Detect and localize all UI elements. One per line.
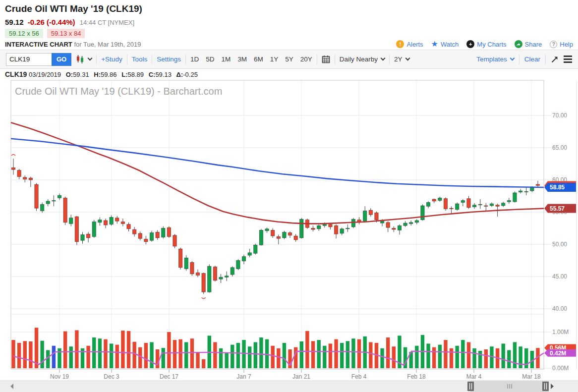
price-change: -0.26 (-0.44%)	[28, 18, 75, 26]
clear-button[interactable]: Clear	[524, 56, 540, 63]
period-1d[interactable]: 1D	[190, 56, 199, 63]
toolbar-right-group: Templates Clear	[476, 55, 572, 64]
svg-text:70.00: 70.00	[552, 112, 567, 119]
svg-text:65.00: 65.00	[552, 144, 567, 151]
volume-bars	[11, 328, 539, 368]
candlesticks	[11, 159, 539, 294]
roll-markers	[11, 155, 206, 299]
period-5d[interactable]: 5D	[206, 56, 214, 63]
chart-canvas[interactable]: Crude Oil WTI May '19 (CLK19) - Barchart…	[0, 79, 578, 392]
share-icon	[515, 40, 522, 48]
toolbar-divider	[96, 55, 97, 64]
period-20y[interactable]: 20Y	[300, 56, 312, 63]
trendline-tool-button[interactable]	[551, 56, 559, 63]
svg-text:Nov 19: Nov 19	[50, 373, 69, 380]
plus-circle-icon: +	[466, 40, 474, 48]
ohlc-close: 59.13	[155, 71, 172, 78]
svg-text:45.00: 45.00	[552, 273, 567, 280]
ohlc-symbol: CLK19	[5, 70, 27, 78]
toolbar-divider	[389, 55, 390, 64]
quote-time: 14:44 CT [NYMEX]	[80, 19, 134, 26]
hamburger-icon	[564, 56, 572, 57]
interactive-chart-row: INTERACTIVE CHART for Tue, Mar 19th, 201…	[5, 40, 573, 49]
menu-button[interactable]	[564, 56, 572, 63]
svg-text:40.00: 40.00	[552, 305, 567, 312]
go-button[interactable]: GO	[52, 53, 71, 66]
tools-button[interactable]: Tools	[132, 56, 148, 63]
interactive-chart-label: INTERACTIVE CHART	[5, 41, 72, 48]
period-buttons: 1D 5D 1M 3M 6M 1Y 5Y 20Y	[190, 56, 312, 63]
share-link[interactable]: Share	[515, 40, 542, 48]
ohlc-open: 59.31	[73, 71, 89, 78]
last-price: 59.12	[5, 18, 24, 26]
help-link[interactable]: ? Help	[550, 41, 573, 48]
diagonal-arrow-icon	[551, 56, 559, 63]
toolbar-divider	[185, 55, 186, 64]
x-axis-labels: Nov 19Dec 3Dec 17Jan 7Jan 21Feb 4Feb 18M…	[50, 373, 541, 380]
ohlc-high: 59.86	[101, 71, 117, 78]
calendar-button[interactable]	[322, 55, 330, 63]
svg-text:50.00: 50.00	[552, 241, 567, 248]
svg-text:Jan 7: Jan 7	[236, 373, 251, 380]
chevron-down-icon	[405, 56, 410, 61]
chart-type-dropdown[interactable]	[76, 55, 92, 64]
add-study-button[interactable]: +Study	[101, 56, 122, 63]
my-charts-link[interactable]: + My Charts	[466, 40, 506, 48]
price-axis-labels: 70.0065.0060.0055.0050.0045.0040.001.00M…	[552, 112, 569, 372]
star-icon: ★	[431, 40, 438, 48]
svg-text:Feb 18: Feb 18	[407, 373, 426, 380]
toolbar-divider	[545, 55, 546, 64]
ask-chip: 59.13 x 84	[47, 29, 85, 38]
range-dropdown[interactable]: 2Y	[394, 56, 409, 63]
svg-text:1.00M: 1.00M	[552, 329, 569, 336]
svg-text:55.57: 55.57	[550, 205, 565, 212]
ohlc-status-bar: CLK19 03/19/2019 O:59.31 H:59.86 L:58.89…	[5, 70, 198, 78]
barchart-interactive-chart-page: Crude Oil WTI May '19 (CLK19) 59.12 -0.2…	[0, 0, 578, 392]
plot-border	[11, 80, 544, 369]
bid-chip: 59.12 x 56	[5, 29, 43, 38]
ohlc-delta: -0.25	[183, 71, 198, 78]
period-1y[interactable]: 1Y	[270, 56, 279, 63]
templates-dropdown[interactable]: Templates	[476, 56, 514, 63]
period-5y[interactable]: 5Y	[285, 56, 293, 63]
period-1m[interactable]: 1M	[221, 56, 231, 63]
page-title: Crude Oil WTI May '19 (CLK19)	[5, 3, 142, 14]
chevron-down-icon	[88, 56, 93, 61]
toolbar-divider	[335, 55, 335, 64]
svg-text:0.00M: 0.00M	[552, 365, 569, 372]
scroll-handle-left[interactable]	[467, 382, 474, 391]
toolbar-divider	[127, 55, 127, 64]
svg-text:Dec 3: Dec 3	[104, 373, 119, 380]
scroll-handle-right[interactable]	[542, 382, 549, 391]
period-6m[interactable]: 6M	[254, 56, 263, 63]
settings-button[interactable]: Settings	[157, 56, 181, 63]
volume-ma-value-tag: 0.42M	[544, 349, 576, 357]
chart-date-label: for Tue, Mar 19th, 2019	[74, 41, 141, 48]
question-icon: ?	[550, 41, 557, 48]
alert-icon: !	[396, 40, 404, 48]
svg-text:Mar 4: Mar 4	[466, 373, 482, 380]
calendar-icon	[322, 55, 330, 63]
watch-link[interactable]: ★ Watch	[431, 40, 459, 48]
chart-toolbar: GO +Study Tools Settings 1D 5D 1M 3M 6M …	[0, 50, 578, 69]
svg-text:58.85: 58.85	[550, 184, 565, 191]
svg-text:Mar 18: Mar 18	[522, 373, 541, 380]
chart-scrollbar[interactable]	[0, 381, 578, 392]
svg-text:Feb 4: Feb 4	[351, 373, 367, 380]
interactive-chart-caption: INTERACTIVE CHART for Tue, Mar 19th, 201…	[5, 41, 141, 48]
ohlc-low: 58.89	[127, 71, 144, 78]
alerts-link[interactable]: ! Alerts	[396, 40, 423, 48]
chevron-down-icon	[381, 56, 386, 61]
candlestick-icon	[76, 55, 85, 64]
chevron-down-icon	[510, 56, 515, 61]
toolbar-divider	[152, 55, 152, 64]
frequency-dropdown[interactable]: Daily Nearby	[340, 56, 385, 63]
svg-text:Jan 21: Jan 21	[292, 373, 310, 380]
chart-gridlines	[11, 80, 551, 373]
toolbar-divider	[317, 55, 317, 64]
chart-watermark: Crude Oil WTI May '19 (CLK19) - Barchart…	[15, 86, 222, 97]
symbol-input[interactable]	[6, 53, 52, 66]
period-3m[interactable]: 3M	[237, 56, 247, 63]
svg-text:Dec 17: Dec 17	[160, 373, 178, 380]
header-action-links: ! Alerts ★ Watch + My Charts Share ? Hel…	[396, 40, 573, 48]
